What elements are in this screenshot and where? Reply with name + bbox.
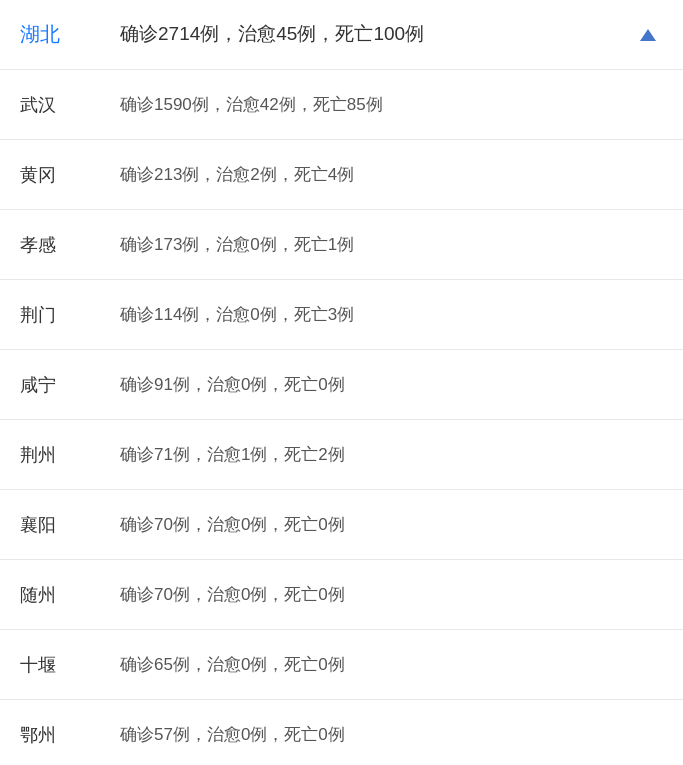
city-stats: 确诊70例，治愈0例，死亡0例: [120, 511, 663, 538]
table-row[interactable]: 荆门确诊114例，治愈0例，死亡3例: [0, 280, 683, 350]
city-name: 黄冈: [20, 163, 120, 187]
table-row[interactable]: 鄂州确诊57例，治愈0例，死亡0例: [0, 700, 683, 765]
table-row[interactable]: 武汉确诊1590例，治愈42例，死亡85例: [0, 70, 683, 140]
table-row[interactable]: 湖北确诊2714例，治愈45例，死亡100例: [0, 0, 683, 70]
table-row[interactable]: 十堰确诊65例，治愈0例，死亡0例: [0, 630, 683, 700]
city-stats: 确诊114例，治愈0例，死亡3例: [120, 301, 663, 328]
city-name: 荆州: [20, 443, 120, 467]
city-name: 十堰: [20, 653, 120, 677]
table-row[interactable]: 襄阳确诊70例，治愈0例，死亡0例: [0, 490, 683, 560]
city-name: 荆门: [20, 303, 120, 327]
city-name: 武汉: [20, 93, 120, 117]
city-name: 襄阳: [20, 513, 120, 537]
city-name: 鄂州: [20, 723, 120, 747]
city-name: 随州: [20, 583, 120, 607]
city-name: 湖北: [20, 21, 120, 48]
table-row[interactable]: 咸宁确诊91例，治愈0例，死亡0例: [0, 350, 683, 420]
city-stats: 确诊173例，治愈0例，死亡1例: [120, 231, 663, 258]
city-name: 咸宁: [20, 373, 120, 397]
table-row[interactable]: 黄冈确诊213例，治愈2例，死亡4例: [0, 140, 683, 210]
epidemic-data-table: 湖北确诊2714例，治愈45例，死亡100例武汉确诊1590例，治愈42例，死亡…: [0, 0, 683, 765]
city-stats: 确诊2714例，治愈45例，死亡100例: [120, 19, 633, 49]
expand-icon[interactable]: [633, 29, 663, 41]
table-row[interactable]: 随州确诊70例，治愈0例，死亡0例: [0, 560, 683, 630]
city-name: 孝感: [20, 233, 120, 257]
table-row[interactable]: 孝感确诊173例，治愈0例，死亡1例: [0, 210, 683, 280]
city-stats: 确诊57例，治愈0例，死亡0例: [120, 721, 663, 748]
city-stats: 确诊71例，治愈1例，死亡2例: [120, 441, 663, 468]
table-row[interactable]: 荆州确诊71例，治愈1例，死亡2例: [0, 420, 683, 490]
city-stats: 确诊213例，治愈2例，死亡4例: [120, 161, 663, 188]
city-stats: 确诊91例，治愈0例，死亡0例: [120, 371, 663, 398]
city-stats: 确诊70例，治愈0例，死亡0例: [120, 581, 663, 608]
city-stats: 确诊1590例，治愈42例，死亡85例: [120, 91, 663, 118]
city-stats: 确诊65例，治愈0例，死亡0例: [120, 651, 663, 678]
